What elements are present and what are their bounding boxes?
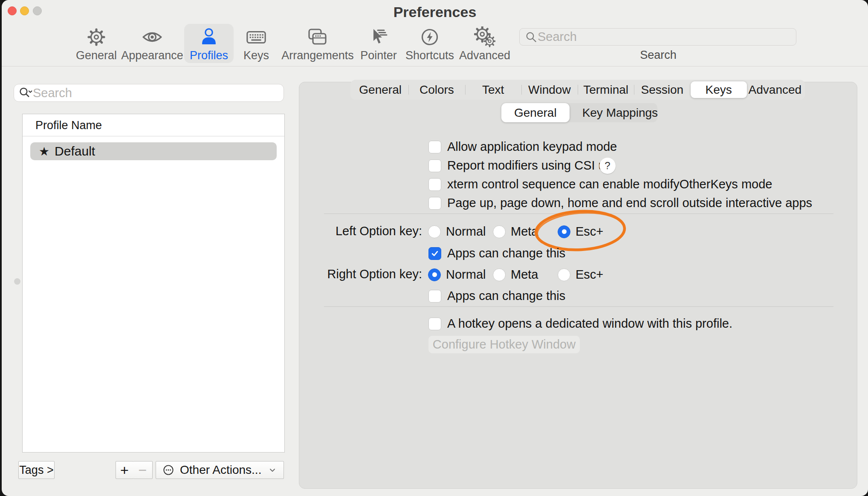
checkbox-label: Page up, page down, home and end scroll … (447, 196, 812, 210)
windows-icon (307, 26, 328, 48)
checkbox-label: A hotkey opens a dedicated window with t… (447, 317, 732, 331)
toolbar-search-input[interactable] (538, 30, 791, 44)
radio-right-normal[interactable]: Normal (428, 268, 486, 282)
tab-keys[interactable]: Keys (691, 81, 747, 98)
remove-profile-button[interactable]: − (133, 461, 153, 479)
tab-label: Terminal (583, 83, 628, 96)
search-icon (525, 31, 538, 43)
radio-circle[interactable] (493, 225, 506, 238)
toolbar-item-label: Keys (243, 49, 269, 62)
splitter-dot[interactable] (14, 278, 20, 285)
subtab-label: Key Mappings (582, 106, 658, 119)
toolbar-item-label: General (76, 49, 117, 62)
checkbox-label: Allow application keypad mode (447, 140, 617, 154)
keyboard-icon (246, 26, 267, 48)
toolbar-item-label: Shortcuts (405, 49, 454, 62)
cursor-icon (368, 26, 389, 48)
configure-hotkey-window-button[interactable]: Configure Hotkey Window (428, 335, 580, 354)
toolbar-item-appearance[interactable]: Appearance (120, 24, 185, 63)
radio-circle[interactable] (558, 225, 570, 238)
radio-right-esc[interactable]: Esc+ (558, 268, 603, 282)
profile-search-field[interactable] (14, 84, 284, 102)
add-profile-label: + (120, 462, 129, 479)
tab-session[interactable]: Session (634, 81, 690, 98)
toolbar-item-label: Appearance (121, 49, 183, 62)
window-title: Preferences (2, 4, 868, 20)
radio-label: Esc+ (576, 268, 603, 282)
chevron-down-icon (267, 465, 278, 475)
radio-right-meta[interactable]: Meta (493, 268, 538, 282)
gear-icon (86, 26, 107, 48)
section-divider (324, 306, 833, 307)
tab-colors[interactable]: Colors (408, 81, 465, 98)
tab-general[interactable]: General (352, 81, 408, 98)
profile-name: Default (55, 144, 95, 159)
radio-label: Normal (446, 268, 486, 282)
toolbar-item-arrangements[interactable]: Arrangements (279, 24, 356, 63)
titlebar: Preferences (2, 0, 868, 22)
toolbar-item-shortcuts[interactable]: Shortcuts (402, 24, 458, 63)
checkbox-keypad-mode[interactable] (428, 141, 441, 153)
row-keypad-mode: Allow application keypad mode (428, 140, 617, 154)
row-hotkey-window: A hotkey opens a dedicated window with t… (428, 317, 732, 331)
toolbar-divider (2, 66, 868, 66)
checkbox-csi-u[interactable] (428, 159, 441, 172)
tab-label: Session (641, 83, 684, 96)
radio-label: Esc+ (576, 225, 603, 239)
tab-terminal[interactable]: Terminal (578, 81, 634, 98)
checkbox-label: xterm control sequence can enable modify… (447, 177, 772, 191)
checkbox-left-apps-can-change[interactable] (428, 247, 441, 260)
profile-row-default[interactable]: ★ Default (30, 142, 277, 160)
person-icon (198, 26, 220, 48)
tab-advanced[interactable]: Advanced (747, 81, 803, 98)
toolbar-item-general[interactable]: General (70, 24, 122, 63)
radio-left-normal[interactable]: Normal (428, 225, 486, 239)
checkbox-scroll-outside-apps[interactable] (428, 197, 441, 210)
other-actions-label: Other Actions... (180, 463, 267, 477)
checkbox-label: Apps can change this (447, 246, 565, 260)
radio-left-meta[interactable]: Meta (493, 225, 538, 239)
checkbox-hotkey-window[interactable] (428, 317, 441, 330)
subtab-label: General (514, 106, 557, 119)
help-button[interactable]: ? (599, 158, 616, 174)
tab-label: Text (482, 83, 504, 96)
toolbar-item-label: Arrangements (281, 49, 354, 62)
toolbar-search-caption: Search (594, 49, 722, 62)
toolbar-item-profiles[interactable]: Profiles (184, 24, 234, 63)
radio-circle[interactable] (428, 225, 441, 238)
radio-circle[interactable] (493, 268, 506, 281)
radio-label: Meta (511, 225, 538, 239)
subtab-key-mappings[interactable]: Key Mappings (570, 103, 671, 122)
toolbar-item-pointer[interactable]: Pointer (355, 24, 402, 63)
tags-button[interactable]: Tags > (18, 461, 55, 479)
tab-window[interactable]: Window (521, 81, 578, 98)
checkbox-right-apps-can-change[interactable] (428, 290, 441, 303)
radio-circle[interactable] (558, 268, 570, 281)
row-csi-u: Report modifiers using CSI u (428, 159, 605, 173)
toolbar-item-keys[interactable]: Keys (237, 24, 276, 63)
subtab-general[interactable]: General (501, 103, 570, 122)
profile-tabbar: General Colors Text Window Terminal Sess… (350, 80, 805, 100)
add-profile-button[interactable]: + (116, 461, 133, 479)
profile-list: Profile Name ★ Default (22, 114, 285, 453)
eye-icon (142, 26, 163, 48)
star-icon: ★ (39, 144, 49, 159)
row-scroll-outside-apps: Page up, page down, home and end scroll … (428, 196, 812, 210)
keys-subtabbar: General Key Mappings (501, 103, 657, 122)
search-filter-icon (18, 86, 33, 100)
configure-hotkey-window-label: Configure Hotkey Window (433, 337, 576, 352)
other-actions-dropdown[interactable]: Other Actions... (156, 461, 284, 479)
toolbar-item-advanced[interactable]: Advanced (457, 24, 513, 63)
tab-label: General (359, 83, 402, 96)
toolbar-search-field[interactable] (519, 28, 796, 46)
tab-text[interactable]: Text (465, 81, 521, 98)
radio-left-esc[interactable]: Esc+ (558, 225, 603, 239)
toolbar: General Appearance Profiles (2, 22, 868, 66)
toolbar-item-label: Pointer (360, 49, 397, 62)
profile-search-input[interactable] (33, 86, 279, 100)
radio-circle[interactable] (428, 268, 441, 281)
row-right-apps-can-change: Apps can change this (428, 289, 565, 303)
checkbox-label: Report modifiers using CSI u (447, 159, 605, 173)
tab-label: Window (528, 83, 571, 96)
checkbox-modify-other-keys[interactable] (428, 178, 441, 191)
